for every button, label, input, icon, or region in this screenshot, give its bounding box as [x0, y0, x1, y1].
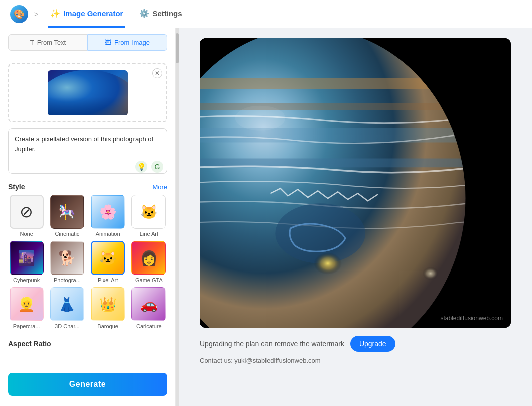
svg-point-10 — [235, 106, 286, 131]
style-label-none: None — [20, 231, 33, 237]
nav-settings-label: Settings — [152, 9, 182, 18]
prompt-area: Create a pixellated version of this phot… — [8, 128, 167, 173]
image-upload-area[interactable]: ✕ — [8, 63, 167, 122]
style-label-cyberpunk: Cyberpunk — [13, 277, 40, 283]
nav-image-generator[interactable]: ✨ Image Generator — [48, 1, 125, 28]
style-item-3dchar[interactable]: 👗 3D Char... — [49, 287, 85, 329]
uploaded-image-preview — [48, 70, 128, 115]
text-tab-icon: T — [30, 39, 34, 46]
style-label-caricature: Caricature — [136, 323, 162, 329]
style-thumb-pixelart: 🐱 — [91, 241, 125, 275]
prompt-tools: 💡 G — [8, 161, 167, 173]
style-thumb-caricature: 🚗 — [131, 287, 166, 321]
scrollbar-thumb — [176, 33, 179, 63]
right-panel: stablediffusionweb.com Upgrading the pla… — [179, 28, 532, 406]
style-item-none[interactable]: ⊘ None — [8, 195, 45, 237]
aspect-ratio-section: Aspect Ratio — [0, 335, 175, 352]
image-tab-icon: 🖼 — [105, 39, 111, 46]
style-thumb-gta: 👩 — [131, 241, 166, 275]
style-thumb-3dchar: 👗 — [50, 287, 84, 321]
nav-settings[interactable]: ⚙️ Settings — [137, 1, 184, 28]
style-label-3dchar: 3D Char... — [55, 323, 80, 329]
style-item-pixelart[interactable]: 🐱 Pixel Art — [90, 241, 126, 283]
image-gen-icon: ✨ — [50, 9, 60, 18]
jupiter-generated-bg: stablediffusionweb.com — [200, 38, 511, 328]
style-thumb-lineart: 🐱 — [131, 195, 166, 229]
style-label-papercra: Papercra... — [13, 323, 40, 329]
app-header: 🎨 > ✨ Image Generator ⚙️ Settings — [0, 0, 532, 28]
style-thumb-cyberpunk: 🌆 — [10, 241, 44, 275]
style-label-baroque: Baroque — [97, 323, 118, 329]
generate-button[interactable]: Generate — [8, 373, 167, 396]
app-logo: 🎨 — [10, 5, 28, 23]
style-item-photography[interactable]: 🐕 Photogra... — [49, 241, 85, 283]
style-thumb-photography: 🐕 — [50, 241, 84, 275]
left-panel-scrollbar[interactable] — [176, 28, 179, 406]
upgrade-button[interactable]: Upgrade — [350, 336, 395, 352]
settings-icon: ⚙️ — [139, 9, 149, 18]
style-grid: ⊘ None 🎠 Cinematic 🌸 Animation 🐱 — [0, 195, 175, 335]
style-item-caricature[interactable]: 🚗 Caricature — [130, 287, 167, 329]
lightbulb-button[interactable]: 💡 — [135, 161, 147, 173]
upgrade-section: Upgrading the plan can remove the waterm… — [200, 336, 511, 352]
uploaded-jupiter-sphere — [48, 70, 128, 115]
nav-image-generator-label: Image Generator — [63, 9, 123, 18]
style-thumb-none: ⊘ — [10, 195, 44, 229]
generate-btn-area: Generate — [0, 367, 175, 406]
style-thumb-cinematic: 🎠 — [50, 195, 84, 229]
style-label-gta: Game GTA — [135, 277, 163, 283]
style-item-baroque[interactable]: 👑 Baroque — [90, 287, 126, 329]
style-thumb-papercra: 👱 — [10, 287, 44, 321]
contact-text: Contact us: yuki@stablediffusionweb.com — [200, 357, 321, 364]
main-layout: T From Text 🖼 From Image ✕ Create a pixe… — [0, 28, 532, 406]
grammar-check-button[interactable]: G — [151, 161, 163, 173]
svg-point-8 — [314, 252, 342, 275]
tab-from-image[interactable]: 🖼 From Image — [87, 34, 167, 51]
generated-image-container: stablediffusionweb.com Upgrading the pla… — [200, 38, 511, 364]
style-label-pixelart: Pixel Art — [98, 277, 118, 283]
style-title: Style — [8, 183, 25, 191]
style-label-cinematic: Cinematic — [55, 231, 79, 237]
style-item-gta[interactable]: 👩 Game GTA — [130, 241, 167, 283]
watermark: stablediffusionweb.com — [440, 315, 503, 322]
upgrade-text: Upgrading the plan can remove the waterm… — [200, 340, 344, 348]
left-panel: T From Text 🖼 From Image ✕ Create a pixe… — [0, 28, 176, 406]
tab-switcher: T From Text 🖼 From Image — [0, 28, 175, 57]
tab-from-text[interactable]: T From Text — [8, 34, 87, 51]
jupiter-svg — [200, 38, 511, 328]
style-label-lineart: Line Art — [140, 231, 158, 237]
style-more-link[interactable]: More — [152, 183, 167, 191]
style-item-papercra[interactable]: 👱 Papercra... — [8, 287, 45, 329]
style-item-animation[interactable]: 🌸 Animation — [90, 195, 126, 237]
generated-image: stablediffusionweb.com — [200, 38, 511, 328]
remove-image-button[interactable]: ✕ — [152, 68, 162, 78]
style-section-header: Style More — [0, 179, 175, 195]
style-label-photography: Photogra... — [54, 277, 81, 283]
from-image-label: From Image — [114, 39, 150, 46]
style-item-cyberpunk[interactable]: 🌆 Cyberpunk — [8, 241, 45, 283]
from-text-label: From Text — [37, 39, 66, 46]
style-label-animation: Animation — [96, 231, 120, 237]
app-nav: ✨ Image Generator ⚙️ Settings — [48, 1, 184, 28]
svg-point-9 — [423, 267, 439, 280]
contact-section: Contact us: yuki@stablediffusionweb.com — [200, 357, 511, 364]
style-thumb-baroque: 👑 — [91, 287, 125, 321]
style-thumb-animation: 🌸 — [91, 195, 125, 229]
style-item-cinematic[interactable]: 🎠 Cinematic — [49, 195, 85, 237]
breadcrumb-sep: > — [34, 10, 38, 18]
aspect-ratio-title: Aspect Ratio — [8, 340, 51, 348]
style-item-lineart[interactable]: 🐱 Line Art — [130, 195, 167, 237]
